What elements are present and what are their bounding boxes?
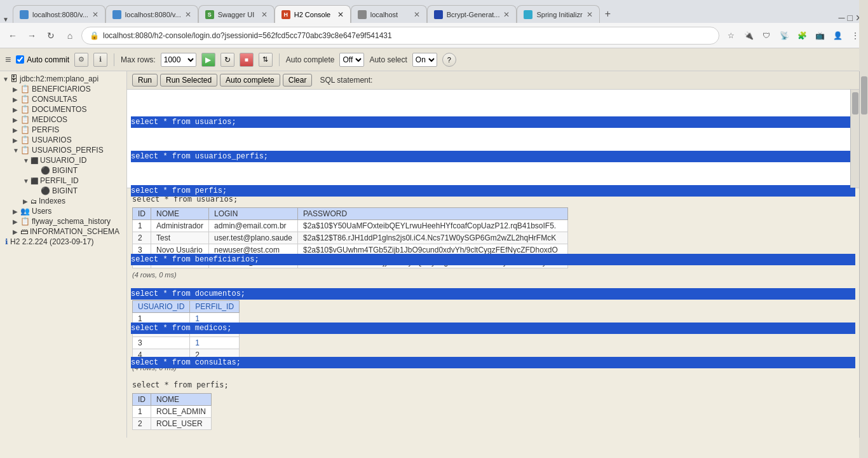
tab-6[interactable]: Bcrypt-Generat... ✕: [427, 5, 517, 23]
info-schema-label: INFORMATION_SCHEMA: [30, 227, 119, 236]
sidebar-item-bigint-1[interactable]: ⚫ BIGINT: [0, 165, 126, 176]
main-content: ▼ 🗄 jdbc:h2:mem:plano_api ▶ 📋 BENEFICIAR…: [0, 71, 868, 438]
sidebar-item-indexes[interactable]: ▶ 🗂 Indexes: [0, 196, 126, 206]
home-btn[interactable]: ⌂: [62, 28, 78, 43]
extension-btn3[interactable]: 📡: [776, 28, 792, 43]
maximize-btn[interactable]: □: [848, 13, 853, 23]
tab-7[interactable]: Spring Initializr ✕: [517, 5, 599, 23]
sidebar-item-info-schema[interactable]: ▶ 🗃 INFORMATION_SCHEMA: [0, 226, 126, 237]
editor-scrollbar[interactable]: [850, 90, 859, 188]
auto-commit-label[interactable]: Auto commit: [16, 55, 69, 64]
cast-btn[interactable]: 📺: [812, 28, 827, 43]
column-icon-pid: ⬛: [31, 177, 38, 184]
sql-line-8: select * from consultas;: [131, 357, 855, 368]
max-rows-select[interactable]: 1000 500 100 10000: [161, 53, 196, 67]
toolbar-menu-icon[interactable]: ≡: [5, 54, 11, 66]
settings-btn[interactable]: ⚙: [74, 53, 88, 67]
tab-3[interactable]: S Swagger UI ✕: [198, 5, 275, 23]
flyway-label: flyway_schema_history: [32, 217, 111, 226]
sidebar-item-beneficiarios[interactable]: ▶ 📋 BENEFICIARIOS: [0, 84, 126, 94]
table-icon-usuarios-perfis: 📋: [20, 146, 30, 155]
docs-toggle: ▶: [13, 106, 20, 113]
sidebar-item-bigint-2[interactable]: ⚫ BIGINT: [0, 186, 126, 196]
tab-6-close[interactable]: ✕: [503, 10, 510, 19]
auto-complete-label: Auto complete: [286, 55, 335, 64]
benef-toggle: ▶: [13, 86, 20, 93]
sidebar-item-perfil-id[interactable]: ▼ ⬛ PERFIL_ID: [0, 176, 126, 186]
auto-complete-select[interactable]: Off On: [339, 53, 364, 67]
auto-complete-btn[interactable]: Auto complete: [220, 74, 280, 87]
auto-commit-checkbox[interactable]: [16, 55, 24, 64]
separator-2: [279, 53, 280, 66]
minimize-btn[interactable]: ─: [839, 13, 845, 23]
flyway-toggle: ▶: [13, 218, 20, 225]
tab-7-title: Spring Initializr: [536, 11, 582, 18]
sidebar-item-h2-version: ℹ H2 2.2.224 (2023-09-17): [0, 237, 126, 247]
col-nome-perfis: NOME: [151, 394, 212, 406]
tab-3-close[interactable]: ✕: [261, 10, 268, 19]
sidebar-item-medicos[interactable]: ▶ 📋 MEDICOS: [0, 114, 126, 125]
sidebar-item-perfis[interactable]: ▶ 📋 PERFIS: [0, 125, 126, 135]
tab-1-title: localhost:8080/v...: [32, 11, 88, 18]
table-icon-perfis: 📋: [20, 125, 30, 134]
sidebar-item-users[interactable]: ▶ 👥 Users: [0, 206, 126, 216]
address-text: localhost:8080/h2-console/login.do?jsess…: [103, 31, 392, 40]
help-btn[interactable]: ?: [442, 53, 456, 67]
run-selected-btn[interactable]: Run Selected: [160, 74, 217, 87]
tab-6-title: Bcrypt-Generat...: [447, 11, 500, 18]
sql-line-2: select * from usuarios_perfis;: [131, 151, 855, 162]
profile-btn[interactable]: 👤: [830, 28, 845, 43]
database-icon: 🗄: [10, 74, 18, 83]
tab-2[interactable]: localhost:8080/v... ✕: [105, 5, 198, 23]
refresh-btn[interactable]: ↻: [43, 28, 58, 43]
usuarios-perfis-toggle: ▼: [13, 147, 20, 154]
export-btn[interactable]: ⇅: [259, 53, 273, 67]
results-scroll-thumb[interactable]: [861, 76, 867, 114]
tab-5[interactable]: localhost ✕: [351, 5, 427, 23]
indexes-label: Indexes: [39, 197, 65, 205]
type-icon-2: ⚫: [41, 186, 50, 195]
result-3-table: ID NOME 1 ROLE_ADMIN 2 ROLE_USER: [132, 393, 212, 430]
tab-list-btn[interactable]: ▼: [3, 16, 9, 23]
info-btn[interactable]: ℹ: [93, 53, 107, 67]
tree-root[interactable]: ▼ 🗄 jdbc:h2:mem:plano_api: [0, 74, 126, 84]
sql-editor[interactable]: select * from usuarios; select * from us…: [127, 90, 859, 395]
sidebar-item-usuarios-perfis[interactable]: ▼ 📋 USUARIOS_PERFIS: [0, 145, 126, 155]
stop-btn[interactable]: ■: [240, 53, 254, 67]
clear-btn[interactable]: Clear: [283, 74, 313, 87]
tab-4-close[interactable]: ✕: [337, 10, 344, 19]
col-id-perfis: ID: [133, 394, 151, 406]
extension-btn2[interactable]: 🛡: [759, 28, 774, 43]
extension-btn4[interactable]: 🧩: [794, 28, 810, 43]
back-btn[interactable]: ←: [5, 28, 20, 43]
address-bar[interactable]: 🔒 localhost:8080/h2-console/login.do?jse…: [81, 27, 719, 45]
sidebar-item-documentos[interactable]: ▶ 📋 DOCUMENTOS: [0, 104, 126, 114]
tab-5-close[interactable]: ✕: [414, 10, 420, 19]
tab-2-close[interactable]: ✕: [185, 10, 191, 19]
refresh-toolbar-btn[interactable]: ↻: [220, 53, 234, 67]
users-icon: 👥: [20, 207, 30, 216]
consultas-toggle: ▶: [13, 96, 20, 103]
info-schema-toggle: ▶: [13, 228, 20, 235]
sidebar-item-usuario-id[interactable]: ▼ ⬛ USUARIO_ID: [0, 155, 126, 165]
auto-select-select[interactable]: On Off: [412, 53, 437, 67]
tab-4[interactable]: H H2 Console ✕: [275, 5, 351, 23]
forward-btn[interactable]: →: [24, 28, 39, 43]
tab-7-close[interactable]: ✕: [587, 10, 593, 19]
browser-chrome: ▼ localhost:8080/v... ✕ localhost:8080/v…: [0, 0, 868, 48]
tab-1-close[interactable]: ✕: [92, 10, 98, 19]
sidebar-item-flyway[interactable]: ▶ 📋 flyway_schema_history: [0, 216, 126, 226]
bigint-1-label: BIGINT: [52, 166, 78, 175]
tab-3-title: Swagger UI: [218, 11, 257, 18]
extension-btn1[interactable]: 🔌: [741, 28, 756, 43]
run-btn[interactable]: Run: [132, 74, 158, 87]
results-scrollbar[interactable]: [859, 71, 868, 438]
new-tab-btn[interactable]: +: [600, 5, 616, 23]
run-toolbar-btn[interactable]: ▶: [201, 53, 215, 67]
editor-scroll-thumb[interactable]: [852, 92, 858, 114]
sidebar-item-usuarios[interactable]: ▶ 📋 USUARIOS: [0, 135, 126, 145]
tab-1[interactable]: localhost:8080/v... ✕: [13, 5, 105, 23]
sql-line-1: select * from usuarios;: [131, 116, 855, 128]
sidebar-item-consultas[interactable]: ▶ 📋 CONSULTAS: [0, 94, 126, 104]
bookmark-btn[interactable]: ☆: [723, 28, 738, 43]
